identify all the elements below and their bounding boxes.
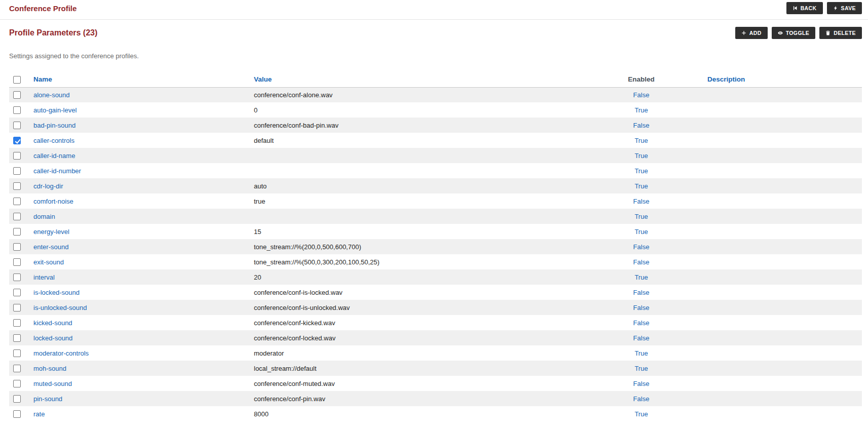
param-description <box>703 87 862 102</box>
row-checkbox[interactable] <box>13 91 21 99</box>
row-checkbox[interactable] <box>13 334 21 342</box>
param-enabled-link[interactable]: True <box>634 274 648 281</box>
param-enabled-link[interactable]: False <box>633 122 650 129</box>
param-name-link[interactable]: bad-pin-sound <box>33 122 76 129</box>
param-enabled-link[interactable]: False <box>633 319 650 327</box>
table-row: auto-gain-level0True <box>9 102 862 118</box>
param-description <box>703 254 862 269</box>
param-enabled-link[interactable]: False <box>633 304 650 311</box>
param-enabled-link[interactable]: True <box>634 349 648 357</box>
param-enabled-link[interactable]: False <box>633 289 650 296</box>
param-name-link[interactable]: energy-level <box>33 228 69 236</box>
param-value: conference/conf-alone.wav <box>250 87 579 102</box>
param-name-link[interactable]: exit-sound <box>33 258 64 266</box>
param-name-link[interactable]: rate <box>33 410 45 418</box>
param-name-link[interactable]: alone-sound <box>33 91 70 99</box>
param-name-link[interactable]: pin-sound <box>33 395 62 403</box>
param-name-link[interactable]: caller-id-number <box>33 167 81 175</box>
row-checkbox[interactable] <box>13 289 21 296</box>
param-value: moderator <box>250 345 579 361</box>
param-name-link[interactable]: interval <box>33 274 55 281</box>
column-header-value[interactable]: Value <box>254 75 272 83</box>
table-row: cdr-log-dirautoTrue <box>9 178 862 193</box>
param-value: tone_stream://%(200,0,500,600,700) <box>250 239 579 254</box>
select-all-checkbox[interactable] <box>13 76 21 84</box>
row-checkbox[interactable] <box>13 152 21 160</box>
param-enabled-link[interactable]: False <box>633 258 650 266</box>
param-description <box>703 193 862 209</box>
param-name-link[interactable]: locked-sound <box>33 334 72 342</box>
back-button[interactable]: BACK <box>786 2 823 14</box>
table-row: comfort-noisetrueFalse <box>9 193 862 209</box>
param-name-link[interactable]: caller-controls <box>33 137 74 144</box>
row-checkbox[interactable] <box>13 304 21 311</box>
param-description <box>703 330 862 345</box>
save-button-label: SAVE <box>841 5 856 11</box>
top-bar: Conference Profile BACK SAVE <box>0 0 868 20</box>
column-header-name[interactable]: Name <box>33 75 52 83</box>
row-checkbox[interactable] <box>13 228 21 236</box>
main-content: Profile Parameters (23) ADD TOGGLE DELET… <box>0 20 868 421</box>
param-name-link[interactable]: muted-sound <box>33 380 72 387</box>
row-checkbox[interactable] <box>13 395 21 403</box>
param-name-link[interactable]: comfort-noise <box>33 198 73 205</box>
param-name-link[interactable]: moderator-controls <box>33 349 89 357</box>
param-enabled-link[interactable]: True <box>634 152 648 160</box>
table-row: moh-soundlocal_stream://defaultTrue <box>9 361 862 376</box>
param-enabled-link[interactable]: True <box>634 213 648 220</box>
param-name-link[interactable]: is-locked-sound <box>33 289 80 296</box>
param-enabled-link[interactable]: True <box>634 167 648 175</box>
page-title: Conference Profile <box>9 4 77 13</box>
param-name-link[interactable]: kicked-sound <box>33 319 72 327</box>
add-button-label: ADD <box>749 30 762 36</box>
param-description <box>703 209 862 224</box>
param-enabled-link[interactable]: False <box>633 91 650 99</box>
param-enabled-link[interactable]: True <box>634 365 648 372</box>
param-name-link[interactable]: auto-gain-level <box>33 106 77 114</box>
param-enabled-link[interactable]: False <box>633 198 650 205</box>
param-value: conference/conf-pin.wav <box>250 391 579 406</box>
row-checkbox[interactable] <box>13 319 21 327</box>
param-name-link[interactable]: cdr-log-dir <box>33 182 63 190</box>
param-name-link[interactable]: caller-id-name <box>33 152 75 160</box>
table-row: locked-soundconference/conf-locked.wavFa… <box>9 330 862 345</box>
row-checkbox[interactable] <box>13 167 21 175</box>
row-checkbox[interactable] <box>13 122 21 129</box>
param-value: 15 <box>250 224 579 239</box>
param-enabled-link[interactable]: False <box>633 380 650 387</box>
param-enabled-link[interactable]: True <box>634 410 648 418</box>
toggle-button[interactable]: TOGGLE <box>772 27 816 39</box>
row-checkbox[interactable] <box>13 137 21 144</box>
param-value <box>250 209 579 224</box>
row-checkbox[interactable] <box>13 258 21 266</box>
row-checkbox[interactable] <box>13 410 21 418</box>
delete-button[interactable]: DELETE <box>819 27 862 39</box>
save-button[interactable]: SAVE <box>827 2 862 14</box>
row-checkbox[interactable] <box>13 274 21 281</box>
param-enabled-link[interactable]: False <box>633 395 650 403</box>
param-enabled-link[interactable]: False <box>633 243 650 251</box>
row-checkbox[interactable] <box>13 182 21 190</box>
section-description: Settings assigned to the conference prof… <box>9 52 862 60</box>
row-checkbox[interactable] <box>13 106 21 114</box>
add-button[interactable]: ADD <box>735 27 768 39</box>
table-row: energy-level15True <box>9 224 862 239</box>
row-checkbox[interactable] <box>13 349 21 357</box>
row-checkbox[interactable] <box>13 243 21 251</box>
row-checkbox[interactable] <box>13 198 21 205</box>
param-enabled-link[interactable]: True <box>634 228 648 236</box>
row-checkbox[interactable] <box>13 365 21 372</box>
param-enabled-link[interactable]: True <box>634 137 648 144</box>
param-enabled-link[interactable]: True <box>634 182 648 190</box>
row-checkbox[interactable] <box>13 213 21 220</box>
param-name-link[interactable]: moh-sound <box>33 365 66 372</box>
param-enabled-link[interactable]: True <box>634 106 648 114</box>
column-header-description[interactable]: Description <box>707 75 745 83</box>
table-row: interval20True <box>9 269 862 285</box>
param-name-link[interactable]: is-unlocked-sound <box>33 304 87 311</box>
param-enabled-link[interactable]: False <box>633 334 650 342</box>
skip-previous-icon <box>792 6 798 11</box>
row-checkbox[interactable] <box>13 380 21 387</box>
param-name-link[interactable]: domain <box>33 213 55 220</box>
param-name-link[interactable]: enter-sound <box>33 243 68 251</box>
